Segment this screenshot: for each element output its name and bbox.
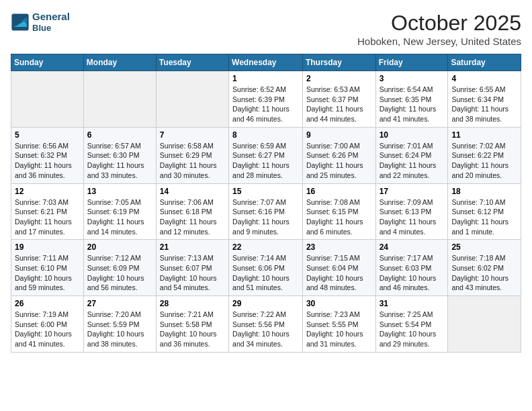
logo: General Blue: [11, 11, 70, 34]
calendar-cell: 23Sunrise: 7:15 AM Sunset: 6:04 PM Dayli…: [302, 240, 375, 296]
day-number: 16: [306, 187, 372, 196]
calendar-cell: 30Sunrise: 7:23 AM Sunset: 5:55 PM Dayli…: [302, 296, 375, 353]
day-info: Sunrise: 7:19 AM Sunset: 6:00 PM Dayligh…: [15, 310, 80, 349]
day-info: Sunrise: 7:00 AM Sunset: 6:26 PM Dayligh…: [306, 141, 372, 181]
calendar-cell: 2Sunrise: 6:53 AM Sunset: 6:37 PM Daylig…: [302, 71, 375, 128]
calendar-cell: 11Sunrise: 7:02 AM Sunset: 6:22 PM Dayli…: [448, 127, 521, 183]
calendar-cell: 3Sunrise: 6:54 AM Sunset: 6:35 PM Daylig…: [375, 71, 448, 128]
calendar-cell: [156, 71, 228, 128]
day-info: Sunrise: 7:23 AM Sunset: 5:55 PM Dayligh…: [306, 310, 372, 349]
calendar-cell: 21Sunrise: 7:13 AM Sunset: 6:07 PM Dayli…: [156, 240, 228, 296]
day-info: Sunrise: 7:13 AM Sunset: 6:07 PM Dayligh…: [160, 253, 225, 293]
calendar-week-row: 19Sunrise: 7:11 AM Sunset: 6:10 PM Dayli…: [11, 240, 521, 296]
day-number: 7: [160, 130, 225, 140]
weekday-header: Friday: [375, 54, 448, 71]
calendar-cell: 25Sunrise: 7:18 AM Sunset: 6:02 PM Dayli…: [448, 240, 521, 296]
calendar-cell: 22Sunrise: 7:14 AM Sunset: 6:06 PM Dayli…: [229, 240, 303, 296]
weekday-header: Wednesday: [229, 54, 303, 71]
calendar-cell: 27Sunrise: 7:20 AM Sunset: 5:59 PM Dayli…: [83, 296, 156, 353]
calendar-header: SundayMondayTuesdayWednesdayThursdayFrid…: [11, 54, 521, 71]
day-number: 2: [306, 74, 372, 83]
weekday-header: Monday: [83, 54, 156, 71]
calendar-cell: 29Sunrise: 7:22 AM Sunset: 5:56 PM Dayli…: [229, 296, 303, 353]
day-number: 6: [87, 130, 152, 140]
day-info: Sunrise: 6:57 AM Sunset: 6:30 PM Dayligh…: [87, 141, 152, 181]
calendar-cell: 16Sunrise: 7:08 AM Sunset: 6:15 PM Dayli…: [302, 183, 375, 240]
page-header: General Blue October 2025 Hoboken, New J…: [11, 11, 521, 47]
day-number: 9: [306, 130, 372, 140]
calendar-cell: 1Sunrise: 6:52 AM Sunset: 6:39 PM Daylig…: [229, 71, 303, 128]
calendar-cell: 24Sunrise: 7:17 AM Sunset: 6:03 PM Dayli…: [375, 240, 448, 296]
day-info: Sunrise: 7:07 AM Sunset: 6:16 PM Dayligh…: [232, 197, 299, 237]
calendar-cell: 10Sunrise: 7:01 AM Sunset: 6:24 PM Dayli…: [375, 127, 448, 183]
day-number: 1: [232, 74, 299, 83]
calendar-cell: 5Sunrise: 6:56 AM Sunset: 6:32 PM Daylig…: [11, 127, 84, 183]
calendar-cell: 6Sunrise: 6:57 AM Sunset: 6:30 PM Daylig…: [83, 127, 156, 183]
day-info: Sunrise: 7:02 AM Sunset: 6:22 PM Dayligh…: [451, 141, 517, 181]
day-info: Sunrise: 7:06 AM Sunset: 6:18 PM Dayligh…: [160, 197, 225, 237]
day-info: Sunrise: 6:53 AM Sunset: 6:37 PM Dayligh…: [306, 85, 372, 124]
calendar-cell: 31Sunrise: 7:25 AM Sunset: 5:54 PM Dayli…: [375, 296, 448, 353]
day-number: 17: [380, 187, 445, 196]
calendar-body: 1Sunrise: 6:52 AM Sunset: 6:39 PM Daylig…: [11, 71, 521, 353]
day-number: 22: [232, 242, 299, 252]
calendar-cell: 12Sunrise: 7:03 AM Sunset: 6:21 PM Dayli…: [11, 183, 84, 240]
day-number: 27: [87, 299, 152, 308]
day-number: 18: [451, 187, 517, 196]
day-number: 11: [451, 130, 517, 140]
calendar-cell: 19Sunrise: 7:11 AM Sunset: 6:10 PM Dayli…: [11, 240, 84, 296]
calendar-cell: 26Sunrise: 7:19 AM Sunset: 6:00 PM Dayli…: [11, 296, 84, 353]
location: Hoboken, New Jersey, United States: [357, 36, 521, 47]
day-number: 20: [87, 242, 152, 252]
day-number: 10: [380, 130, 445, 140]
calendar-cell: 13Sunrise: 7:05 AM Sunset: 6:19 PM Dayli…: [83, 183, 156, 240]
weekday-header: Sunday: [11, 54, 84, 71]
day-info: Sunrise: 7:17 AM Sunset: 6:03 PM Dayligh…: [380, 253, 445, 293]
calendar-cell: 28Sunrise: 7:21 AM Sunset: 5:58 PM Dayli…: [156, 296, 228, 353]
day-info: Sunrise: 7:15 AM Sunset: 6:04 PM Dayligh…: [306, 253, 372, 293]
calendar-cell: 4Sunrise: 6:55 AM Sunset: 6:34 PM Daylig…: [448, 71, 521, 128]
day-info: Sunrise: 7:11 AM Sunset: 6:10 PM Dayligh…: [15, 253, 80, 293]
day-info: Sunrise: 7:01 AM Sunset: 6:24 PM Dayligh…: [380, 141, 445, 181]
day-info: Sunrise: 7:14 AM Sunset: 6:06 PM Dayligh…: [232, 253, 299, 293]
day-info: Sunrise: 7:25 AM Sunset: 5:54 PM Dayligh…: [380, 310, 445, 349]
month-title: October 2025: [357, 11, 521, 36]
day-info: Sunrise: 6:58 AM Sunset: 6:29 PM Dayligh…: [160, 141, 225, 181]
day-number: 30: [306, 299, 372, 308]
day-info: Sunrise: 6:59 AM Sunset: 6:27 PM Dayligh…: [232, 141, 299, 181]
day-number: 21: [160, 242, 225, 252]
calendar-week-row: 26Sunrise: 7:19 AM Sunset: 6:00 PM Dayli…: [11, 296, 521, 353]
calendar-cell: 9Sunrise: 7:00 AM Sunset: 6:26 PM Daylig…: [302, 127, 375, 183]
day-number: 5: [15, 130, 80, 140]
logo-text: General Blue: [32, 11, 70, 34]
calendar-week-row: 5Sunrise: 6:56 AM Sunset: 6:32 PM Daylig…: [11, 127, 521, 183]
day-number: 14: [160, 187, 225, 196]
calendar-cell: 8Sunrise: 6:59 AM Sunset: 6:27 PM Daylig…: [229, 127, 303, 183]
weekday-header: Thursday: [302, 54, 375, 71]
day-number: 8: [232, 130, 299, 140]
day-number: 26: [15, 299, 80, 308]
day-info: Sunrise: 7:09 AM Sunset: 6:13 PM Dayligh…: [380, 197, 445, 237]
day-number: 3: [380, 74, 445, 83]
day-number: 19: [15, 242, 80, 252]
day-info: Sunrise: 7:20 AM Sunset: 5:59 PM Dayligh…: [87, 310, 152, 349]
day-info: Sunrise: 7:21 AM Sunset: 5:58 PM Dayligh…: [160, 310, 225, 349]
calendar-cell: [11, 71, 84, 128]
weekday-row: SundayMondayTuesdayWednesdayThursdayFrid…: [11, 54, 521, 71]
calendar-cell: 7Sunrise: 6:58 AM Sunset: 6:29 PM Daylig…: [156, 127, 228, 183]
day-number: 24: [380, 242, 445, 252]
day-info: Sunrise: 7:22 AM Sunset: 5:56 PM Dayligh…: [232, 310, 299, 349]
calendar-cell: 18Sunrise: 7:10 AM Sunset: 6:12 PM Dayli…: [448, 183, 521, 240]
calendar-week-row: 1Sunrise: 6:52 AM Sunset: 6:39 PM Daylig…: [11, 71, 521, 128]
calendar-table: SundayMondayTuesdayWednesdayThursdayFrid…: [11, 54, 521, 353]
calendar-week-row: 12Sunrise: 7:03 AM Sunset: 6:21 PM Dayli…: [11, 183, 521, 240]
day-info: Sunrise: 6:54 AM Sunset: 6:35 PM Dayligh…: [380, 85, 445, 124]
weekday-header: Saturday: [448, 54, 521, 71]
day-number: 25: [451, 242, 517, 252]
day-info: Sunrise: 7:03 AM Sunset: 6:21 PM Dayligh…: [15, 197, 80, 237]
day-info: Sunrise: 7:10 AM Sunset: 6:12 PM Dayligh…: [451, 197, 517, 237]
calendar-cell: 14Sunrise: 7:06 AM Sunset: 6:18 PM Dayli…: [156, 183, 228, 240]
day-info: Sunrise: 6:56 AM Sunset: 6:32 PM Dayligh…: [15, 141, 80, 181]
calendar-cell: [83, 71, 156, 128]
day-info: Sunrise: 6:52 AM Sunset: 6:39 PM Dayligh…: [232, 85, 299, 124]
